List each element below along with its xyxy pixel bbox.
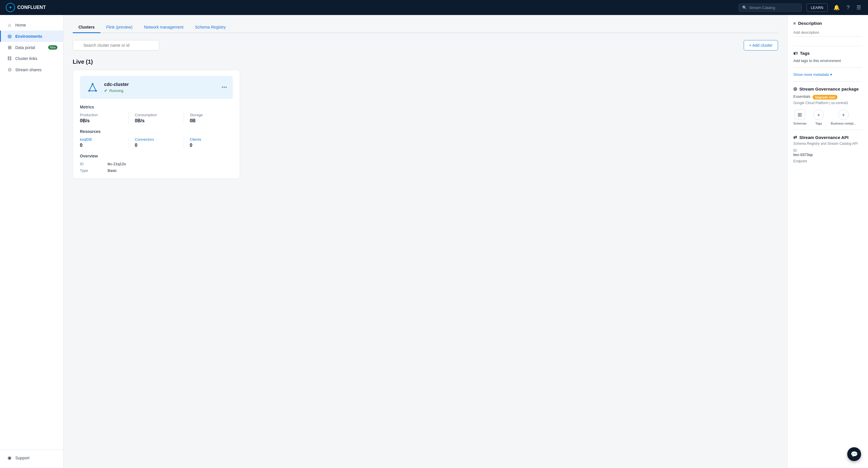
sidebar-item-support[interactable]: ◉ Support — [0, 452, 63, 463]
help-icon[interactable]: ? — [845, 3, 851, 12]
cluster-search-input[interactable] — [73, 40, 159, 51]
api-icon: ⇄ — [793, 135, 797, 140]
main-content: Clusters Flink (preview) Network managem… — [63, 15, 787, 468]
api-subtitle: Schema Registry and Stream Catalog API — [793, 142, 862, 146]
business-meta-label: Business metad... — [831, 122, 856, 125]
resources-row: ksqlDB 0 Connectors 0 Clients 0 — [80, 137, 233, 148]
tab-schema-registry[interactable]: Schema Registry — [189, 22, 231, 33]
resources-title: Resources — [80, 129, 233, 134]
svg-line-0 — [89, 84, 93, 91]
metric-consumption: Consumption 0B/s — [135, 113, 184, 123]
gov-tags[interactable]: ＋ Tags — [813, 110, 824, 125]
metric-storage-label: Storage — [190, 113, 233, 117]
add-cluster-button[interactable]: + Add cluster — [744, 40, 778, 51]
business-meta-plus-icon: ＋ — [838, 110, 849, 120]
data-portal-icon: ⊞ — [7, 45, 12, 50]
svg-point-5 — [95, 90, 97, 92]
logo-icon: ✦ — [6, 3, 15, 12]
topnav: ✦ CONFLUENT 🔍 Stream Catalog LEARN 🔔 ? ☰ — [0, 0, 868, 15]
metric-storage: Storage 0B — [190, 113, 233, 123]
live-section-title: Live (1) — [73, 59, 778, 65]
overview-type-val: Basic — [107, 168, 117, 173]
description-section-title: ≡ Description — [793, 21, 862, 26]
resource-clients-value: 0 — [190, 143, 233, 148]
sidebar-item-cluster-links[interactable]: ⛓ Cluster links — [0, 53, 63, 64]
logo[interactable]: ✦ CONFLUENT — [6, 3, 46, 12]
sidebar-item-environments[interactable]: ◎ Environments — [0, 31, 63, 42]
sidebar-item-stream-shares[interactable]: ⊙ Stream shares — [0, 64, 63, 75]
tab-flink[interactable]: Flink (preview) — [100, 22, 138, 33]
api-title-text: Stream Governance API — [799, 135, 848, 140]
toolbar: 🔍 + Add cluster — [73, 40, 778, 51]
governance-icons: ⊞ Schemas ＋ Tags ＋ Business metad... — [793, 110, 862, 125]
tab-clusters[interactable]: Clusters — [73, 22, 100, 33]
gov-business-meta[interactable]: ＋ Business metad... — [831, 110, 856, 125]
sidebar-item-label-stream-shares: Stream shares — [15, 67, 41, 72]
cluster-topology-icon — [86, 81, 99, 94]
cluster-menu-button[interactable]: ••• — [221, 85, 227, 91]
show-more-metadata[interactable]: Show more metadata ▾ — [793, 72, 862, 77]
new-badge: New — [48, 45, 57, 50]
environments-icon: ◎ — [7, 33, 12, 39]
sidebar-item-label-cluster-links: Cluster links — [15, 56, 37, 61]
governance-title: Stream Governance package — [799, 87, 859, 91]
status-icon: ✔ — [104, 88, 107, 93]
metric-consumption-label: Consumption — [135, 113, 178, 117]
sidebar-item-label-data-portal: Data portal — [15, 45, 35, 50]
description-divider — [793, 46, 862, 46]
cluster-card: cdc-cluster ✔ Running ••• Metrics Produc… — [73, 70, 240, 179]
search-icon: 🔍 — [742, 5, 747, 10]
resource-clients: Clients 0 — [190, 137, 233, 148]
menu-icon[interactable]: ☰ — [855, 3, 862, 12]
governance-divider — [793, 130, 862, 130]
chat-icon: 💬 — [851, 451, 858, 458]
schemas-label: Schemas — [793, 122, 807, 125]
bell-icon[interactable]: 🔔 — [832, 3, 841, 12]
catalog-search[interactable]: 🔍 Stream Catalog — [739, 3, 802, 12]
cluster-status: ✔ Running — [104, 88, 217, 93]
learn-button[interactable]: LEARN — [807, 3, 828, 12]
show-more-label: Show more metadata — [793, 72, 829, 77]
tabs: Clusters Flink (preview) Network managem… — [73, 22, 778, 33]
resource-ksqldb-label[interactable]: ksqlDB — [80, 137, 123, 142]
metrics-title: Metrics — [80, 105, 233, 109]
tags-title: Tags — [800, 51, 810, 56]
cluster-info: cdc-cluster ✔ Running — [104, 82, 217, 93]
chat-bubble-button[interactable]: 💬 — [847, 447, 861, 461]
status-label: Running — [109, 89, 123, 93]
logo-text: CONFLUENT — [17, 5, 46, 10]
gov-schemas[interactable]: ⊞ Schemas — [793, 110, 807, 125]
sidebar-item-data-portal[interactable]: ⊞ Data portal New — [0, 42, 63, 53]
governance-tier: Essentials — [793, 94, 810, 99]
upgrade-badge[interactable]: Upgrade now — [813, 95, 837, 99]
show-more-divider — [793, 81, 862, 82]
svg-point-3 — [92, 83, 93, 85]
api-endpoint-label: Endpoint — [793, 159, 862, 163]
overview-type: Type Basic — [80, 168, 233, 173]
tags-divider — [793, 67, 862, 68]
cluster-header[interactable]: cdc-cluster ✔ Running ••• — [80, 76, 233, 99]
description-icon: ≡ — [793, 21, 796, 26]
svg-line-1 — [93, 84, 96, 91]
right-panel: ≡ Description 🏷 Tags Add tags to this en… — [787, 15, 868, 468]
resource-clients-label[interactable]: Clients — [190, 137, 233, 142]
schemas-grid-icon: ⊞ — [795, 110, 805, 120]
governance-section-title: ◎ Stream Governance package — [793, 86, 862, 91]
tab-network-management[interactable]: Network management — [138, 22, 189, 33]
sidebar-item-home[interactable]: ⌂ Home — [0, 20, 63, 31]
resource-connectors-label[interactable]: Connectors — [135, 137, 178, 142]
api-section-title: ⇄ Stream Governance API — [793, 135, 862, 140]
layout: ⌂ Home ◎ Environments ⊞ Data portal New … — [0, 15, 868, 468]
sidebar: ⌂ Home ◎ Environments ⊞ Data portal New … — [0, 15, 63, 468]
api-id-value: lsrc-0373xp — [793, 153, 862, 157]
description-input[interactable] — [793, 29, 862, 37]
tags-plus-icon: ＋ — [813, 110, 824, 120]
stream-shares-icon: ⊙ — [7, 67, 12, 72]
sidebar-item-label-environments: Environments — [15, 34, 42, 39]
metric-storage-value: 0B — [190, 118, 233, 123]
resource-connectors: Connectors 0 — [135, 137, 184, 148]
overview-title: Overview — [80, 154, 233, 158]
description-title: Description — [798, 21, 822, 26]
resource-ksqldb: ksqlDB 0 — [80, 137, 129, 148]
metric-production-label: Production — [80, 113, 123, 117]
